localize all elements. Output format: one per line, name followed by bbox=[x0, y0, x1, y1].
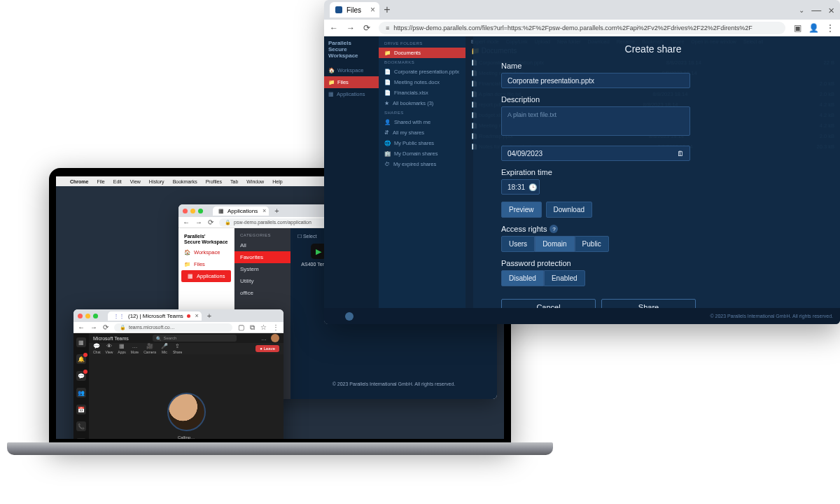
zoom-icon[interactable] bbox=[93, 314, 98, 318]
share-item[interactable]: ⇵ All my shares bbox=[379, 127, 465, 138]
sidebar-item-workspace[interactable]: 🏠Workspace bbox=[178, 246, 234, 258]
rail-activity-icon[interactable]: 🔔 bbox=[76, 354, 86, 364]
menu-view[interactable]: View bbox=[130, 179, 141, 184]
back-icon[interactable]: ← bbox=[183, 218, 190, 226]
forward-icon[interactable]: → bbox=[90, 323, 97, 331]
url-field[interactable]: 🔒 teams.microsoft.co… bbox=[114, 323, 232, 332]
rail-teams-icon[interactable]: 👥 bbox=[76, 388, 86, 398]
toolbar-share[interactable]: ⇪Share bbox=[173, 343, 182, 354]
zoom-icon[interactable] bbox=[198, 209, 203, 214]
kebab-icon[interactable]: ⋮ bbox=[826, 23, 834, 33]
close-icon[interactable]: × bbox=[828, 4, 834, 16]
sidebar-item-applications[interactable]: ▦Applications bbox=[181, 270, 231, 282]
leave-button[interactable]: ● Leave bbox=[255, 345, 279, 352]
share-item[interactable]: ⏱ My expired shares bbox=[379, 159, 465, 169]
panel-icon[interactable]: ▣ bbox=[794, 23, 802, 33]
expiration-date-input[interactable]: 04/09/2023 🗓 bbox=[501, 146, 690, 161]
reload-icon[interactable]: ⟳ bbox=[363, 23, 370, 33]
menu-tab[interactable]: Tab bbox=[230, 179, 238, 184]
minimize-icon[interactable] bbox=[85, 314, 90, 318]
cat-documents[interactable]: 📁 Documents bbox=[379, 48, 465, 58]
browser-tab-applications[interactable]: ▦ Applications × bbox=[213, 206, 269, 216]
profile-icon[interactable]: 👤 bbox=[808, 23, 819, 33]
rights-domain[interactable]: Domain bbox=[535, 236, 574, 252]
bookmark-item[interactable]: 📄 Corporate presentation.pptx bbox=[379, 66, 465, 77]
sidebar-item-workspace[interactable]: 🏠Workspace bbox=[324, 64, 379, 76]
expiration-time-input[interactable]: 18:31 🕒 bbox=[501, 179, 540, 195]
reload-icon[interactable]: ⟳ bbox=[208, 218, 214, 226]
profile-avatar[interactable] bbox=[271, 334, 279, 342]
toolbar-apps[interactable]: ▦Apps bbox=[118, 343, 125, 354]
help-icon[interactable]: ? bbox=[550, 225, 558, 233]
menu-window[interactable]: Window bbox=[246, 179, 264, 184]
close-icon[interactable] bbox=[183, 209, 188, 214]
browser-tab-teams[interactable]: ⋮⋮ (12) | Microsoft Teams × bbox=[108, 312, 202, 321]
menu-history[interactable]: History bbox=[149, 179, 164, 184]
cancel-button[interactable]: Cancel bbox=[501, 299, 596, 308]
name-input[interactable]: Corporate presentation.pptx bbox=[501, 73, 690, 88]
menu-profiles[interactable]: Profiles bbox=[206, 179, 222, 184]
toolbar-mic[interactable]: 🎤Mic bbox=[161, 343, 168, 354]
minimize-icon[interactable]: — bbox=[811, 4, 821, 15]
description-textarea[interactable]: A plain text file.txt bbox=[501, 106, 690, 136]
rail-chat-icon[interactable]: 💬 bbox=[76, 371, 86, 381]
share-item[interactable]: 👤 Shared with me bbox=[379, 117, 465, 127]
bookmark-item[interactable]: 📄 Meeting notes.docx bbox=[379, 77, 465, 88]
teams-search[interactable]: 🔍Search bbox=[133, 335, 257, 342]
chevron-down-icon[interactable]: ⌄ bbox=[799, 6, 804, 14]
sidebar-item-files[interactable]: 📁Files bbox=[178, 258, 234, 270]
star-icon[interactable]: ☆ bbox=[260, 323, 267, 331]
forward-icon[interactable]: → bbox=[346, 23, 355, 33]
new-tab-button[interactable]: + bbox=[274, 206, 279, 215]
tab-close-icon[interactable]: × bbox=[262, 207, 266, 214]
share-item[interactable]: 🏢 My Domain shares bbox=[379, 148, 465, 159]
bookmark-item[interactable]: 📄 Financials.xlsx bbox=[379, 88, 465, 98]
back-icon[interactable]: ← bbox=[330, 23, 338, 33]
category-utility[interactable]: Utility bbox=[234, 275, 290, 287]
back-icon[interactable]: ← bbox=[78, 323, 85, 331]
browser-tab-files[interactable]: Files × bbox=[330, 2, 379, 18]
minimize-icon[interactable] bbox=[190, 209, 195, 214]
menu-file[interactable]: File bbox=[97, 179, 104, 184]
rail-calls-icon[interactable]: 📞 bbox=[76, 421, 86, 431]
category-system[interactable]: System bbox=[234, 263, 290, 275]
tab-close-icon[interactable]: × bbox=[195, 312, 199, 319]
preview-button[interactable]: Preview bbox=[501, 202, 542, 218]
share-button[interactable]: Share bbox=[601, 299, 696, 308]
pwd-disabled[interactable]: Disabled bbox=[501, 270, 544, 286]
close-icon[interactable] bbox=[78, 314, 83, 318]
tab-close-icon[interactable]: × bbox=[370, 5, 375, 15]
toolbar-camera[interactable]: 🎥Camera bbox=[144, 343, 156, 354]
rail-files-icon[interactable]: 📁 bbox=[76, 438, 86, 439]
category-all[interactable]: All bbox=[234, 239, 290, 251]
rail-grid-icon[interactable]: ▦ bbox=[76, 337, 86, 347]
extensions-icon[interactable]: ⋮ bbox=[272, 323, 279, 331]
url-field[interactable]: ≡ https://psw-demo.parallels.com/files?u… bbox=[379, 22, 785, 34]
menu-edit[interactable]: Edit bbox=[113, 179, 122, 184]
cast-icon[interactable]: ▢ bbox=[238, 323, 244, 331]
category-office[interactable]: office bbox=[234, 287, 290, 299]
menu-bookmarks[interactable]: Bookmarks bbox=[173, 179, 197, 184]
toolbar-more[interactable]: …More bbox=[131, 343, 139, 354]
sidebar-item-applications[interactable]: ▦Applications bbox=[324, 88, 379, 100]
pwd-enabled[interactable]: Enabled bbox=[544, 270, 585, 286]
reload-icon[interactable]: ⟳ bbox=[103, 323, 108, 331]
download-button[interactable]: Download bbox=[546, 202, 592, 218]
forward-icon[interactable]: → bbox=[195, 218, 202, 226]
toolbar-chat[interactable]: 💬Chat bbox=[93, 343, 101, 354]
footer-user[interactable] bbox=[345, 312, 354, 321]
new-tab-button[interactable]: + bbox=[207, 312, 211, 320]
rights-public[interactable]: Public bbox=[575, 236, 609, 252]
more-icon[interactable]: … bbox=[261, 335, 267, 342]
menu-help[interactable]: Help bbox=[272, 179, 282, 184]
bookmark-all[interactable]: ★ All bookmarks (3) bbox=[379, 98, 465, 108]
category-favorites[interactable]: Favorites bbox=[234, 251, 290, 263]
rights-users[interactable]: Users bbox=[501, 236, 535, 252]
rail-calendar-icon[interactable]: 📅 bbox=[76, 405, 86, 414]
pip-icon[interactable]: ⧉ bbox=[250, 323, 255, 332]
toolbar-view[interactable]: 👁View bbox=[106, 343, 113, 354]
share-item[interactable]: 🌐 My Public shares bbox=[379, 138, 465, 148]
new-tab-button[interactable]: + bbox=[384, 4, 390, 16]
menubar-app[interactable]: Chrome bbox=[70, 179, 88, 184]
sidebar-item-files[interactable]: 📁Files bbox=[324, 76, 379, 88]
